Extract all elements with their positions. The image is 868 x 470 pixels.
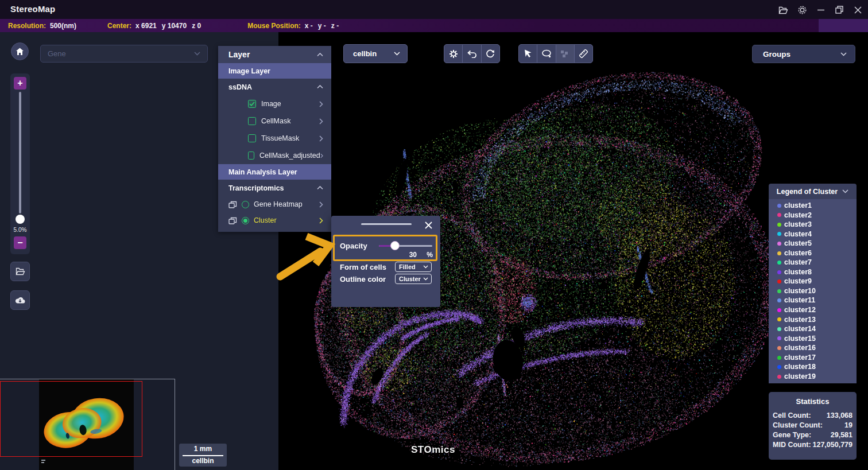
analysis-item-cluster[interactable]: Cluster [218, 212, 331, 228]
cluster-name: cluster7 [784, 259, 812, 266]
stat-row: Gene Type:29,581 [773, 430, 852, 440]
layer-item-label: Image [261, 100, 281, 108]
cluster-color-dot [777, 375, 781, 379]
layer-radio[interactable] [242, 201, 249, 208]
open-folder-button[interactable] [10, 262, 30, 281]
cluster-color-dot [777, 213, 781, 217]
cluster-color-dot [777, 204, 781, 208]
zoom-out-button[interactable]: − [14, 236, 26, 249]
cluster-name: cluster4 [784, 231, 812, 238]
gene-search-dropdown[interactable]: Gene [40, 45, 208, 63]
legend-item-cluster1[interactable]: cluster1 [769, 201, 857, 211]
zoom-slider-track[interactable] [19, 92, 21, 213]
main-analysis-section[interactable]: Main Analysis Layer [218, 164, 331, 180]
layer-checkbox[interactable] [248, 100, 256, 108]
measure-ruler-button[interactable] [575, 45, 592, 63]
legend-item-cluster7[interactable]: cluster7 [769, 258, 857, 267]
cluster-name: cluster6 [784, 250, 812, 257]
cluster-color-dot [777, 317, 781, 321]
legend-item-cluster15[interactable]: cluster15 [769, 334, 857, 344]
form-of-cells-value: Filled [399, 263, 416, 270]
cluster-name: cluster11 [784, 297, 815, 304]
legend-item-cluster17[interactable]: cluster17 [769, 353, 857, 363]
legend-item-cluster5[interactable]: cluster5 [769, 239, 857, 248]
outline-color-select[interactable]: Cluster [395, 274, 432, 284]
ssdna-group-row[interactable]: ssDNA [218, 79, 331, 95]
legend-item-cluster2[interactable]: cluster2 [769, 211, 857, 220]
legend-item-cluster13[interactable]: cluster13 [769, 315, 857, 325]
merge-cells-tool-button[interactable] [556, 45, 574, 63]
layer-item-cellmask[interactable]: CellMask [218, 112, 331, 130]
scale-bar: 1 mm cellbin [179, 444, 227, 467]
layers-window-icon [228, 217, 237, 224]
image-layer-section[interactable]: Image Layer [218, 63, 331, 79]
legend-item-cluster4[interactable]: cluster4 [769, 230, 857, 239]
layers-window-icon [228, 201, 237, 208]
gene-placeholder: Gene [48, 49, 66, 58]
legend-item-cluster14[interactable]: cluster14 [769, 324, 857, 334]
layer-item-tissuemask[interactable]: TissueMask [218, 130, 331, 147]
legend-header[interactable]: Legend of Cluster [769, 184, 857, 199]
ssdna-label: ssDNA [228, 83, 252, 91]
transcriptomics-label: Transcriptomics [228, 184, 284, 192]
chevron-right-icon [319, 118, 323, 125]
legend-item-cluster3[interactable]: cluster3 [769, 220, 857, 230]
layer-item-cellmask_adjusted[interactable]: CellMask_adjusted [218, 147, 331, 164]
legend-item-cluster10[interactable]: cluster10 [769, 286, 857, 296]
layer-item-label: TissueMask [261, 134, 299, 142]
layer-panel-header[interactable]: Layer [218, 46, 331, 63]
legend-item-cluster8[interactable]: cluster8 [769, 267, 857, 277]
analysis-item-gene-heatmap[interactable]: Gene Heatmap [218, 196, 331, 212]
chevron-up-icon [317, 186, 323, 190]
minimap-viewport-rect[interactable] [0, 381, 142, 457]
export-cloud-button[interactable] [10, 290, 30, 310]
transcriptomics-group-row[interactable]: Transcriptomics [218, 180, 331, 196]
settings-gear-icon[interactable] [796, 3, 808, 16]
resolution-label: Resolution: [8, 22, 46, 30]
pointer-tool-button[interactable] [519, 45, 537, 63]
restore-button[interactable] [833, 3, 846, 16]
legend-item-cluster19[interactable]: cluster19 [769, 372, 857, 382]
cluster-name: cluster9 [784, 278, 812, 285]
undo-button[interactable] [463, 45, 480, 63]
image-layer-label: Image Layer [228, 67, 270, 75]
layer-radio[interactable] [242, 217, 249, 224]
cluster-color-dot [777, 251, 781, 255]
lasso-tool-button[interactable] [537, 45, 555, 63]
chevron-right-icon [319, 201, 323, 208]
minimize-button[interactable] [815, 3, 827, 16]
layer-item-label: CellMask [261, 117, 290, 125]
open-file-icon[interactable] [777, 3, 789, 16]
app-title: StereoMap [10, 4, 56, 14]
refresh-button[interactable] [482, 45, 499, 63]
cluster-color-dot [777, 298, 781, 302]
form-of-cells-select[interactable]: Filled [395, 262, 432, 272]
annotation-arrow [274, 228, 349, 286]
legend-item-cluster6[interactable]: cluster6 [769, 248, 857, 258]
layer-checkbox[interactable] [248, 117, 256, 125]
layer-checkbox[interactable] [248, 152, 254, 160]
cluster-name: cluster1 [784, 202, 812, 209]
legend-item-cluster18[interactable]: cluster18 [769, 362, 857, 372]
stat-label: Cluster Count: [773, 421, 823, 430]
center-y: y 10470 [162, 22, 187, 30]
home-button[interactable] [11, 42, 29, 60]
legend-item-cluster16[interactable]: cluster16 [769, 343, 857, 353]
mouse-x: x - [305, 22, 313, 30]
layer-item-image[interactable]: Image [218, 95, 331, 112]
minimap-panel[interactable] [0, 379, 175, 470]
layer-checkbox[interactable] [248, 134, 256, 142]
legend-item-cluster12[interactable]: cluster12 [769, 305, 857, 315]
dialog-close-icon[interactable] [423, 220, 433, 230]
zoom-slider-thumb[interactable] [16, 215, 25, 224]
groups-dropdown[interactable]: Groups [752, 45, 855, 63]
legend-item-cluster9[interactable]: cluster9 [769, 277, 857, 286]
dialog-drag-handle[interactable] [361, 223, 412, 225]
legend-item-cluster11[interactable]: cluster11 [769, 296, 857, 305]
bin-type-dropdown[interactable]: cellbin [343, 44, 408, 63]
zoom-in-button[interactable]: + [14, 77, 26, 90]
cluster-color-dot [777, 289, 781, 293]
layer-settings-gear-button[interactable] [444, 45, 462, 63]
close-button[interactable] [851, 3, 864, 16]
status-info-bar: Resolution: 500(nm) Center: x 6921 y 104… [0, 19, 868, 32]
